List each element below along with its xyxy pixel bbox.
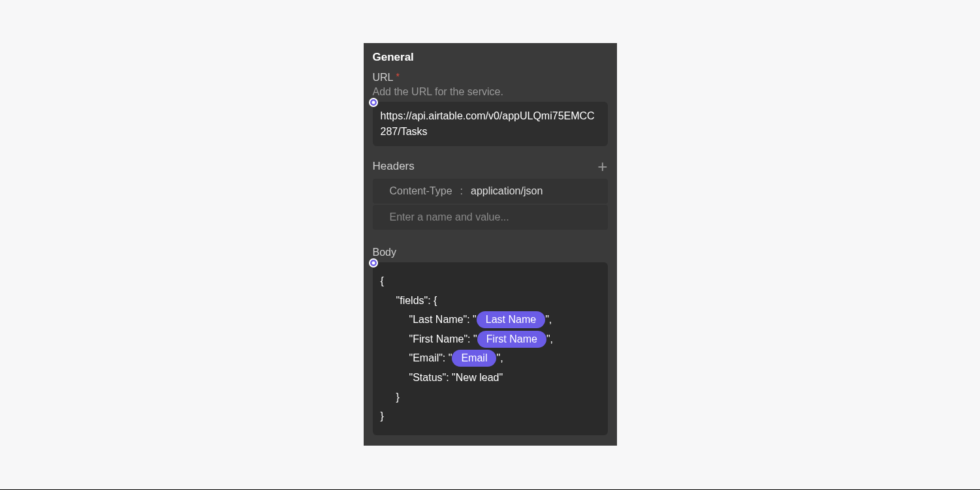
body-text: ", (545, 314, 552, 325)
url-help-text: Add the URL for the service. (373, 86, 608, 98)
body-line: "First Name": "First Name", (381, 329, 600, 349)
body-text: "Last Name": " (409, 314, 477, 325)
url-label: URL (373, 72, 394, 84)
variable-indicator-icon[interactable] (369, 258, 378, 268)
header-value: application/json (471, 185, 543, 197)
header-row[interactable]: Content-Type : application/json (373, 179, 608, 204)
body-editor[interactable]: { "fields": { "Last Name": "Last Name", … (373, 262, 608, 435)
body-line: "fields": { (381, 291, 600, 311)
body-line: "Email": "Email", (381, 348, 600, 368)
body-section: Body { "fields": { "Last Name": "Last Na… (373, 247, 608, 435)
headers-title-row: Headers + (373, 158, 608, 175)
config-panel: General URL * Add the URL for the servic… (364, 43, 617, 446)
body-line: } (381, 388, 600, 407)
panel-title: General (373, 51, 608, 64)
body-input-wrapper: { "fields": { "Last Name": "Last Name", … (373, 262, 608, 435)
headers-label: Headers (373, 160, 415, 173)
headers-section: Headers + Content-Type : application/jso… (373, 158, 608, 230)
header-placeholder-input[interactable]: Enter a name and value... (373, 205, 608, 230)
header-separator: : (460, 185, 463, 197)
variable-pill-last-name[interactable]: Last Name (477, 311, 545, 328)
variable-pill-first-name[interactable]: First Name (477, 331, 546, 348)
body-line: "Status": "New lead" (381, 368, 600, 388)
body-text: "Email": " (409, 352, 452, 363)
body-text: "First Name": " (409, 333, 477, 345)
variable-pill-email[interactable]: Email (452, 350, 496, 367)
required-icon: * (396, 71, 400, 82)
url-input-wrapper: https://api.airtable.com/v0/appULQmi75EM… (373, 102, 608, 146)
add-header-icon[interactable]: + (597, 158, 607, 175)
url-field-group: URL * Add the URL for the service. https… (373, 72, 608, 146)
variable-indicator-icon[interactable] (369, 98, 378, 107)
body-text: ", (496, 352, 503, 363)
body-label: Body (373, 247, 608, 258)
url-input[interactable]: https://api.airtable.com/v0/appULQmi75EM… (373, 102, 608, 146)
body-line: { (381, 271, 600, 291)
header-name: Content-Type (390, 185, 452, 197)
url-label-row: URL * (373, 72, 608, 84)
body-text: ", (546, 333, 553, 345)
body-line: "Last Name": "Last Name", (381, 310, 600, 329)
body-line: } (381, 406, 600, 426)
